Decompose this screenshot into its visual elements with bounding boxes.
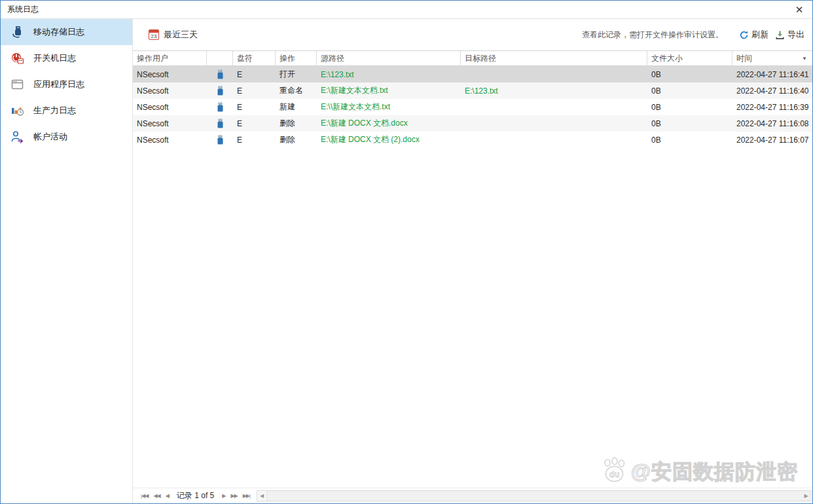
table-row[interactable]: NSecsoft E 重命名 E:\新建文本文档.txt E:\123.txt … — [133, 82, 812, 99]
main-panel: 23 最近三天 查看此记录，需打开文件操作审计设置。 刷新 — [133, 19, 812, 503]
scroll-right-icon[interactable]: ▶ — [801, 491, 811, 501]
cell-user: NSecsoft — [133, 115, 207, 132]
cell-file-size: 0B — [647, 66, 732, 82]
horizontal-scrollbar[interactable]: ◀ ▶ — [257, 490, 812, 501]
cell-drive: E — [233, 66, 276, 82]
usb-device-icon — [207, 132, 233, 148]
cell-target-path — [461, 66, 647, 82]
pagination-bar: |◀◀ ◀◀ ◀ 记录 1 of 5 ▶ ▶▶ ▶▶| ◀ ▶ — [133, 488, 812, 503]
sidebar-item-application-log[interactable]: 应用程序日志 — [1, 71, 132, 98]
power-log-icon — [10, 52, 25, 65]
cell-source-path: E:\123.txt — [317, 66, 461, 82]
cell-operation: 删除 — [276, 115, 317, 132]
cell-user: NSecsoft — [133, 132, 207, 148]
cell-file-size: 0B — [647, 99, 732, 115]
fast-prev-button[interactable]: ◀◀ — [153, 493, 160, 499]
table-row[interactable]: NSecsoft E 打开 E:\123.txt 0B 2022-04-27 1… — [133, 66, 812, 82]
first-page-button[interactable]: |◀◀ — [141, 493, 148, 499]
column-header-icon[interactable] — [207, 51, 233, 65]
cell-file-size: 0B — [647, 115, 732, 132]
cell-drive: E — [233, 82, 276, 99]
cell-user: NSecsoft — [133, 66, 207, 82]
usb-device-icon — [207, 82, 233, 99]
productivity-icon — [10, 104, 25, 117]
window-title: 系统日志 — [1, 4, 39, 15]
cell-operation: 删除 — [276, 132, 317, 148]
cell-file-size: 0B — [647, 132, 732, 148]
cell-drive: E — [233, 115, 276, 132]
date-filter[interactable]: 23 最近三天 — [149, 29, 198, 41]
refresh-icon — [739, 30, 749, 40]
table-header: 操作用户 盘符 操作 源路径 目标路径 文件大小 时间 ▼ — [133, 50, 812, 66]
cell-time: 2022-04-27 11:16:39 — [732, 99, 812, 115]
fast-next-button[interactable]: ▶▶ — [230, 493, 237, 499]
sort-arrow-icon[interactable]: ▼ — [802, 56, 807, 62]
system-log-window: 系统日志 ✕ 移动存储日志 — [0, 0, 813, 504]
record-count-text: 记录 1 of 5 — [177, 490, 214, 501]
cell-target-path — [461, 99, 647, 115]
cell-operation: 重命名 — [276, 82, 317, 99]
column-header-operation[interactable]: 操作 — [276, 51, 317, 65]
app-window-icon — [10, 78, 25, 91]
calendar-icon: 23 — [149, 29, 159, 40]
cell-user: NSecsoft — [133, 99, 207, 115]
sidebar-item-account-activity[interactable]: 帐户活动 — [1, 124, 132, 150]
column-header-drive[interactable]: 盘符 — [233, 51, 276, 65]
sidebar-item-removable-storage-log[interactable]: 移动存储日志 — [1, 19, 132, 45]
cell-operation: 新建 — [276, 99, 317, 115]
cell-source-path: E:\新建文本文档.txt — [317, 82, 461, 99]
table-empty-area — [133, 148, 812, 488]
column-header-target-path[interactable]: 目标路径 — [461, 51, 647, 65]
cell-operation: 打开 — [276, 66, 317, 82]
cell-source-path: E:\新建 DOCX 文档.docx — [317, 115, 461, 132]
table-row[interactable]: NSecsoft E 删除 E:\新建 DOCX 文档.docx 0B 2022… — [133, 115, 812, 132]
usb-device-icon — [207, 115, 233, 132]
cell-user: NSecsoft — [133, 82, 207, 99]
sidebar-item-label: 生产力日志 — [33, 105, 76, 117]
cell-source-path: E:\\新建文本文档.txt — [317, 99, 461, 115]
table-row[interactable]: NSecsoft E 删除 E:\新建 DOCX 文档 (2).docx 0B … — [133, 132, 812, 148]
cell-time: 2022-04-27 11:16:40 — [732, 82, 812, 99]
sidebar-item-productivity-log[interactable]: 生产力日志 — [1, 98, 132, 124]
next-page-button[interactable]: ▶ — [222, 493, 225, 499]
last-page-button[interactable]: ▶▶| — [243, 493, 250, 499]
account-activity-icon — [10, 130, 25, 143]
cell-source-path: E:\新建 DOCX 文档 (2).docx — [317, 132, 461, 148]
column-header-user[interactable]: 操作用户 — [133, 51, 207, 65]
toolbar: 23 最近三天 查看此记录，需打开文件操作审计设置。 刷新 — [133, 19, 812, 50]
scroll-left-icon[interactable]: ◀ — [257, 491, 267, 501]
export-button[interactable]: 导出 — [775, 29, 804, 41]
cell-time: 2022-04-27 11:16:41 — [732, 66, 812, 82]
column-header-source-path[interactable]: 源路径 — [317, 51, 461, 65]
column-header-time[interactable]: 时间 ▼ — [732, 51, 812, 65]
sidebar: 移动存储日志 开关机日志 — [1, 19, 133, 503]
usb-device-icon — [207, 66, 233, 82]
audit-notice-text: 查看此记录，需打开文件操作审计设置。 — [582, 29, 723, 41]
column-header-file-size[interactable]: 文件大小 — [647, 51, 732, 65]
cell-time: 2022-04-27 11:16:07 — [732, 132, 812, 148]
usb-device-icon — [207, 99, 233, 115]
refresh-button[interactable]: 刷新 — [739, 29, 768, 41]
cell-file-size: 0B — [647, 82, 732, 99]
close-icon[interactable]: ✕ — [786, 1, 812, 18]
download-icon — [775, 30, 785, 40]
cell-target-path — [461, 115, 647, 132]
prev-page-button[interactable]: ◀ — [166, 493, 169, 499]
sidebar-item-label: 帐户活动 — [33, 131, 67, 143]
sidebar-item-power-log[interactable]: 开关机日志 — [1, 45, 132, 71]
cell-time: 2022-04-27 11:16:08 — [732, 115, 812, 132]
sidebar-item-label: 开关机日志 — [33, 52, 76, 64]
usb-drive-icon — [10, 26, 25, 39]
cell-drive: E — [233, 132, 276, 148]
cell-target-path: E:\123.txt — [461, 82, 647, 99]
sidebar-item-label: 应用程序日志 — [33, 79, 84, 90]
cell-drive: E — [233, 99, 276, 115]
title-bar: 系统日志 ✕ — [1, 1, 812, 19]
table-row[interactable]: NSecsoft E 新建 E:\\新建文本文档.txt 0B 2022-04-… — [133, 99, 812, 115]
cell-target-path — [461, 132, 647, 148]
date-filter-label: 最近三天 — [164, 29, 198, 41]
sidebar-item-label: 移动存储日志 — [33, 26, 84, 38]
